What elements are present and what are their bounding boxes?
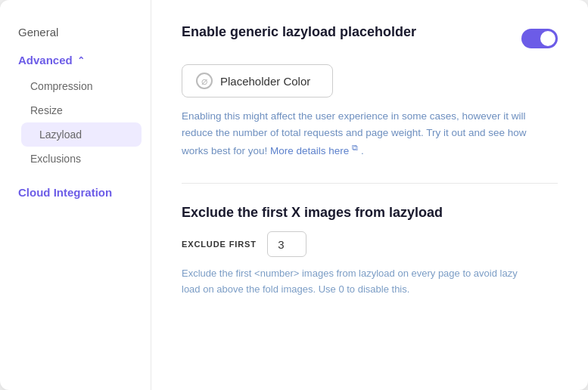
section-divider	[182, 183, 558, 184]
external-link-icon: ⧉	[352, 142, 358, 151]
sidebar-item-resize[interactable]: Resize	[12, 98, 151, 122]
main-card: General Advanced ⌃ Compression Resize La…	[0, 0, 588, 390]
exclude-section: Exclude the first X images from lazyload…	[182, 205, 558, 298]
section2-title: Exclude the first X images from lazyload	[182, 205, 558, 221]
toggle-row: Enable generic lazyload placeholder	[182, 24, 558, 52]
more-details-link[interactable]: More details here ⧉	[270, 145, 361, 156]
sidebar-item-compression[interactable]: Compression	[12, 74, 151, 98]
slash-circle-icon: ⌀	[196, 73, 213, 89]
placeholder-color-button[interactable]: ⌀ Placeholder Color	[182, 64, 333, 98]
sidebar-item-advanced[interactable]: Advanced ⌃	[0, 46, 151, 74]
sidebar-item-cloud[interactable]: Cloud Integration	[0, 178, 151, 206]
sidebar: General Advanced ⌃ Compression Resize La…	[0, 0, 151, 390]
main-content: Enable generic lazyload placeholder ⌀ Pl…	[151, 0, 588, 390]
chevron-up-icon: ⌃	[77, 55, 85, 66]
lazyload-info: Enabling this might affect the user expe…	[182, 108, 530, 159]
exclude-desc: Exclude the first <number> images from l…	[182, 266, 530, 298]
exclude-first-input[interactable]	[267, 231, 306, 257]
sidebar-item-general[interactable]: General	[0, 18, 151, 46]
sidebar-item-lazyload[interactable]: Lazyload	[21, 122, 142, 147]
exclude-label: EXCLUDE FIRST	[182, 240, 257, 249]
sidebar-sub-advanced: Compression Resize Lazyload Exclusions	[0, 74, 151, 171]
lazyload-toggle[interactable]	[521, 29, 558, 48]
lazyload-section: Enable generic lazyload placeholder ⌀ Pl…	[182, 24, 558, 159]
exclude-row: EXCLUDE FIRST	[182, 231, 558, 257]
sidebar-item-exclusions[interactable]: Exclusions	[12, 147, 151, 171]
section1-title: Enable generic lazyload placeholder	[182, 24, 416, 40]
